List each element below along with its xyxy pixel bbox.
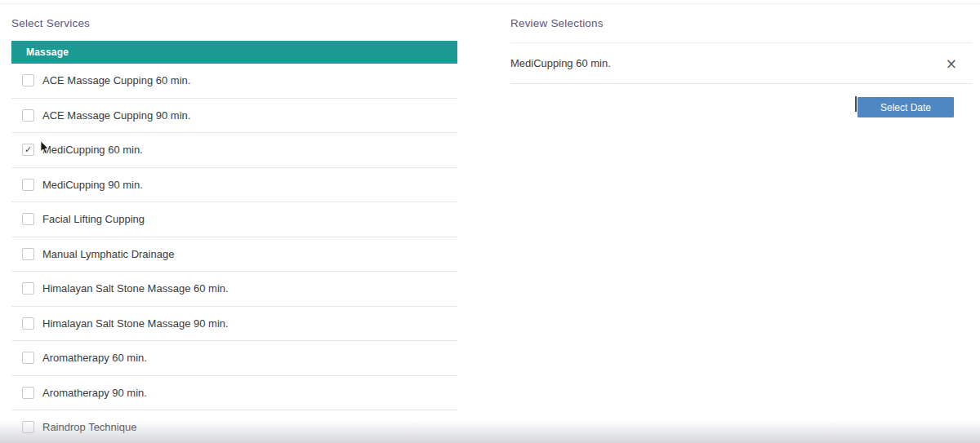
service-checkbox[interactable] [22, 421, 34, 433]
service-label: Aromatherapy 60 min. [42, 352, 147, 364]
massage-category-label: Massage [26, 47, 69, 58]
service-checkbox[interactable] [22, 109, 34, 122]
service-label: Facial Lifting Cupping [42, 213, 145, 225]
service-row[interactable]: Facial Lifting Cupping [11, 202, 457, 237]
select-services-title: Select Services [11, 17, 90, 29]
service-label: MediCupping 90 min. [42, 179, 143, 191]
top-divider [0, 3, 980, 4]
service-label: Manual Lymphatic Drainage [42, 248, 174, 260]
service-checkbox[interactable] [22, 248, 34, 260]
service-checkbox[interactable] [22, 317, 34, 330]
service-checkbox[interactable] [22, 74, 34, 86]
text-caret [855, 96, 857, 112]
service-label: Himalayan Salt Stone Massage 60 min. [42, 282, 229, 295]
service-row[interactable]: Himalayan Salt Stone Massage 90 min. [11, 307, 457, 342]
service-row[interactable]: ACE Massage Cupping 90 min. [11, 99, 457, 134]
review-selection-row: MediCupping 60 min. × [510, 43, 972, 84]
services-list: ACE Massage Cupping 60 min. ACE Massage … [11, 64, 457, 443]
service-row[interactable]: ✓ MediCupping 60 min. [11, 133, 457, 168]
service-label: Aromatherapy 90 min. [42, 387, 147, 399]
service-row[interactable]: Manual Lymphatic Drainage [11, 237, 457, 272]
service-label: MediCupping 60 min. [42, 144, 143, 156]
service-label: Himalayan Salt Stone Massage 90 min. [42, 317, 229, 330]
service-row[interactable]: MediCupping 90 min. [11, 168, 457, 203]
service-row[interactable]: Aromatherapy 90 min. [11, 376, 457, 411]
remove-selection-icon[interactable]: × [946, 56, 957, 70]
service-label: ACE Massage Cupping 60 min. [42, 74, 190, 86]
service-row[interactable]: Aromatherapy 60 min. [11, 341, 457, 376]
review-selections-title: Review Selections [510, 17, 604, 29]
service-row[interactable]: Raindrop Technique [11, 410, 457, 443]
service-row[interactable]: Himalayan Salt Stone Massage 60 min. [11, 272, 457, 307]
service-checkbox[interactable]: ✓ [22, 144, 34, 156]
service-label: Raindrop Technique [42, 421, 136, 433]
service-checkbox[interactable] [22, 387, 34, 399]
service-checkbox[interactable] [22, 213, 34, 225]
checkmark-icon: ✓ [24, 145, 32, 154]
review-selection-label: MediCupping 60 min. [510, 57, 611, 69]
massage-category-header[interactable]: Massage [11, 41, 457, 64]
review-selections-list: MediCupping 60 min. × [510, 42, 972, 84]
service-checkbox[interactable] [22, 352, 34, 364]
service-row[interactable]: ACE Massage Cupping 60 min. [11, 64, 457, 99]
service-label: ACE Massage Cupping 90 min. [42, 109, 190, 122]
service-checkbox[interactable] [22, 282, 34, 295]
service-checkbox[interactable] [22, 179, 34, 191]
select-date-button[interactable]: Select Date [858, 97, 954, 117]
